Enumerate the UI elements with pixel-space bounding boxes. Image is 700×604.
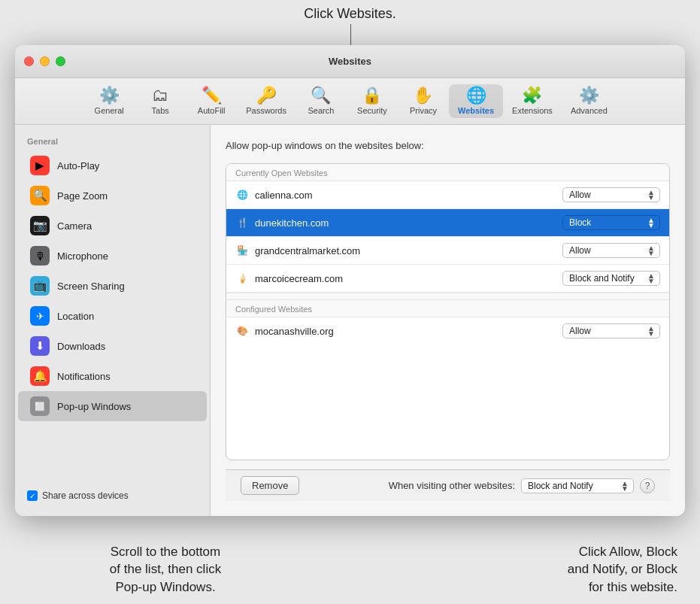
domain-label: mocanashville.org	[255, 326, 556, 337]
tabs-icon: 🗂	[152, 87, 168, 104]
select-value: Block	[569, 217, 591, 228]
table-row[interactable]: 🌐 calienna.com Allow ▲▼	[226, 181, 669, 209]
toolbar-security[interactable]: 🔒 Security	[347, 84, 398, 118]
share-checkbox[interactable]: ✓	[27, 490, 38, 501]
currently-open-header: Currently Open Websites	[226, 164, 669, 181]
pagezoom-icon: 🔍	[30, 186, 50, 205]
sidebar-footer: ✓ Share across devices	[15, 484, 210, 507]
domain-label: grandcentralmarket.com	[255, 245, 556, 256]
tabs-label: Tabs	[152, 106, 169, 115]
select-value: Allow	[569, 245, 591, 256]
share-label: Share across devices	[42, 490, 129, 501]
toolbar-autofill[interactable]: ✏️ AutoFill	[186, 84, 237, 118]
notifications-label: Notifications	[57, 371, 111, 382]
autoplay-label: Auto-Play	[57, 160, 99, 171]
visit-other-value: Block and Notify	[528, 481, 593, 491]
visit-select-arrows-icon: ▲▼	[621, 481, 629, 491]
popup-icon: ⬜	[30, 396, 50, 416]
notifications-icon: 🔔	[30, 366, 50, 386]
toolbar-websites[interactable]: 🌐 Websites	[449, 84, 503, 118]
toolbar-passwords[interactable]: 🔑 Passwords	[237, 84, 295, 118]
domain-label: dunekitchen.com	[255, 217, 556, 229]
table-row[interactable]: 🍦 marcoicecream.com Block and Notify ▲▼	[226, 265, 669, 293]
select-value: Allow	[569, 190, 591, 200]
toolbar: ⚙️ General 🗂 Tabs ✏️ AutoFill 🔑 Password…	[15, 78, 685, 125]
passwords-icon: 🔑	[256, 87, 277, 104]
callout-bottom-left: Scroll to the bottomof the list, then cl…	[90, 543, 241, 596]
sidebar-item-pagezoom[interactable]: 🔍 Page Zoom	[18, 181, 207, 211]
minimize-button[interactable]	[40, 56, 50, 66]
remove-button[interactable]: Remove	[241, 476, 299, 495]
table-row[interactable]: 🍴 dunekitchen.com Block ▲▼	[226, 209, 669, 237]
toolbar-search[interactable]: 🔍 Search	[295, 84, 347, 118]
advanced-icon: ⚙️	[579, 87, 599, 104]
window-controls	[24, 56, 65, 66]
toolbar-privacy[interactable]: ✋ Privacy	[398, 84, 449, 118]
website-table: Currently Open Websites 🌐 calienna.com A…	[226, 163, 670, 460]
close-button[interactable]	[24, 56, 34, 66]
toolbar-extensions[interactable]: 🧩 Extensions	[503, 84, 562, 118]
general-label: General	[95, 106, 124, 115]
downloads-icon: ⬇	[30, 336, 50, 356]
maximize-button[interactable]	[56, 56, 65, 66]
visit-other-select[interactable]: Block and Notify ▲▼	[521, 478, 634, 493]
privacy-label: Privacy	[410, 106, 437, 115]
popup-label: Pop-up Windows	[57, 401, 131, 412]
sidebar-item-screensharing[interactable]: 📺 Screen Sharing	[18, 271, 207, 301]
callout-bottom-right: Click Allow, Blockand Notify, or Blockfo…	[512, 543, 677, 596]
camera-label: Camera	[57, 220, 92, 232]
select-value: Allow	[569, 326, 591, 336]
permission-select[interactable]: Block and Notify ▲▼	[562, 271, 660, 286]
mic-icon: 🎙	[30, 246, 50, 266]
sidebar-item-autoplay[interactable]: ▶ Auto-Play	[18, 150, 207, 181]
permission-select[interactable]: Allow ▲▼	[562, 187, 660, 202]
passwords-label: Passwords	[246, 106, 286, 115]
general-icon: ⚙️	[99, 87, 120, 104]
sidebar-item-camera[interactable]: 📷 Camera	[18, 211, 207, 241]
security-icon: 🔒	[362, 87, 382, 104]
websites-icon: 🌐	[466, 87, 486, 104]
visit-other-label: When visiting other websites:	[389, 480, 515, 491]
table-row[interactable]: 🎨 mocanashville.org Allow ▲▼	[226, 317, 669, 344]
callout-top: Click Websites.	[304, 6, 396, 22]
configured-header: Configured Websites	[226, 300, 669, 317]
site-icon: 🏪	[235, 244, 249, 257]
permission-select[interactable]: Block ▲▼	[562, 215, 660, 230]
toolbar-advanced[interactable]: ⚙️ Advanced	[562, 84, 617, 118]
search-label: Search	[308, 106, 335, 115]
select-value: Block and Notify	[569, 273, 635, 284]
location-label: Location	[57, 311, 94, 322]
sidebar-section-general: General	[15, 134, 210, 150]
main-area: General ▶ Auto-Play 🔍 Page Zoom 📷 Camera…	[15, 125, 685, 516]
sidebar-item-popup[interactable]: ⬜ Pop-up Windows	[18, 391, 207, 421]
permission-select[interactable]: Allow ▲▼	[562, 243, 660, 258]
sidebar-item-downloads[interactable]: ⬇ Downloads	[18, 331, 207, 361]
window-title: Websites	[329, 56, 371, 67]
autofill-label: AutoFill	[198, 106, 226, 115]
extensions-icon: 🧩	[522, 87, 542, 104]
visit-other-section: When visiting other websites: Block and …	[389, 478, 655, 493]
section-spacer	[226, 293, 669, 300]
sidebar-item-location[interactable]: ✈ Location	[18, 301, 207, 331]
permission-select[interactable]: Allow ▲▼	[562, 323, 660, 338]
sidebar-item-microphone[interactable]: 🎙 Microphone	[18, 241, 207, 271]
search-icon: 🔍	[311, 87, 331, 104]
sidebar-item-notifications[interactable]: 🔔 Notifications	[18, 361, 207, 391]
help-button[interactable]: ?	[640, 478, 655, 493]
table-row[interactable]: 🏪 grandcentralmarket.com Allow ▲▼	[226, 237, 669, 265]
autofill-icon: ✏️	[202, 87, 222, 104]
pagezoom-label: Page Zoom	[57, 190, 108, 202]
domain-label: calienna.com	[255, 190, 556, 201]
camera-icon: 📷	[30, 216, 50, 235]
screensharing-label: Screen Sharing	[57, 281, 125, 292]
site-icon: 🍦	[235, 272, 249, 285]
downloads-label: Downloads	[57, 341, 105, 352]
content-heading: Allow pop-up windows on the websites bel…	[226, 140, 670, 151]
autoplay-icon: ▶	[30, 156, 50, 175]
select-arrows-icon: ▲▼	[647, 217, 655, 228]
toolbar-general[interactable]: ⚙️ General	[83, 84, 135, 118]
toolbar-tabs[interactable]: 🗂 Tabs	[135, 84, 186, 118]
location-icon: ✈	[30, 306, 50, 326]
sidebar: General ▶ Auto-Play 🔍 Page Zoom 📷 Camera…	[15, 125, 211, 516]
safari-preferences-window: Websites ⚙️ General 🗂 Tabs ✏️ AutoFill 🔑…	[15, 45, 685, 516]
